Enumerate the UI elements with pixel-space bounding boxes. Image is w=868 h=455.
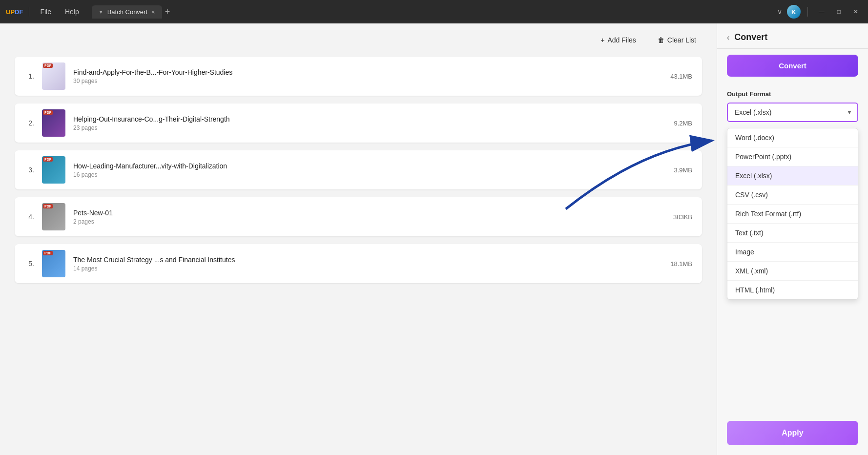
menu-help[interactable]: Help — [60, 6, 84, 18]
menu-file[interactable]: File — [35, 6, 56, 18]
dropdown-menu: Word (.docx)PowerPoint (.pptx)Excel (.xl… — [727, 128, 858, 300]
file-info: Find-and-Apply-For-the-B...-For-Your-Hig… — [73, 68, 662, 84]
titlebar-right: ∨ K — □ ✕ — [777, 5, 862, 19]
file-thumbnail: PDF — [42, 203, 65, 230]
panel-title: Convert — [734, 32, 767, 42]
file-item: 2. PDF Helping-Out-Insurance-Co...g-Thei… — [15, 103, 702, 143]
file-number: 2. — [24, 119, 34, 127]
file-size: 18.1MB — [670, 260, 692, 268]
plus-icon: + — [600, 36, 604, 44]
add-files-label: Add Files — [608, 36, 636, 44]
dropdown-item[interactable]: Rich Text Format (.rtf) — [727, 205, 858, 224]
file-size: 43.1MB — [670, 73, 692, 80]
new-tab-button[interactable]: + — [165, 7, 170, 17]
logo-df: DF — [15, 8, 23, 16]
main-container: + Add Files 🗑 Clear List 1. PDF Find-and… — [0, 23, 868, 455]
dropdown-item[interactable]: Word (.docx) — [727, 128, 858, 147]
file-item: 3. PDF How-Leading-Manufacturer...vity-w… — [15, 150, 702, 189]
file-info: Helping-Out-Insurance-Co...g-Their-Digit… — [73, 115, 666, 131]
file-pages: 16 pages — [73, 171, 666, 178]
close-button[interactable]: ✕ — [849, 8, 862, 15]
file-name: The Most Crucial Strategy ...s and Finan… — [73, 256, 662, 264]
output-format-label: Output Format — [727, 90, 858, 98]
file-info: How-Leading-Manufacturer...vity-with-Dig… — [73, 162, 666, 178]
maximize-button[interactable]: □ — [833, 8, 845, 15]
pdf-badge: PDF — [43, 251, 53, 255]
panel-header: ‹ Convert — [717, 23, 868, 49]
tab-dropdown-icon: ▼ — [99, 9, 103, 15]
file-thumbnail: PDF — [42, 62, 65, 90]
file-size: 9.2MB — [674, 120, 692, 127]
dropdown-item[interactable]: Text (.txt) — [727, 224, 858, 243]
trash-icon: 🗑 — [658, 36, 664, 44]
file-name: How-Leading-Manufacturer...vity-with-Dig… — [73, 162, 666, 170]
clear-list-button[interactable]: 🗑 Clear List — [652, 33, 702, 47]
pdf-badge: PDF — [43, 157, 53, 162]
file-name: Find-and-Apply-For-the-B...-For-Your-Hig… — [73, 68, 662, 76]
file-item: 4. PDF Pets-New-01 2 pages 303KB — [15, 197, 702, 236]
titlebar: UPDF File Help ▼ Batch Convert × + ∨ K —… — [0, 0, 868, 23]
divider — [29, 7, 29, 17]
file-thumbnail: PDF — [42, 156, 65, 184]
output-format-section: Output Format Word (.docx)PowerPoint (.p… — [717, 83, 868, 126]
file-thumbnail: PDF — [42, 109, 65, 137]
file-thumbnail: PDF — [42, 250, 65, 277]
dropdown-item[interactable]: HTML (.html) — [727, 281, 858, 299]
logo-up: UP — [6, 8, 15, 16]
tab-close-icon[interactable]: × — [151, 8, 155, 16]
file-info: The Most Crucial Strategy ...s and Finan… — [73, 256, 662, 272]
pdf-badge: PDF — [43, 204, 53, 208]
file-item: 5. PDF The Most Crucial Strategy ...s an… — [15, 244, 702, 283]
file-size: 303KB — [673, 213, 692, 221]
chevron-down-icon[interactable]: ∨ — [777, 8, 782, 16]
file-pages: 14 pages — [73, 265, 662, 272]
dropdown-item[interactable]: PowerPoint (.pptx) — [727, 147, 858, 166]
tab-batch-convert[interactable]: ▼ Batch Convert × — [92, 5, 162, 19]
avatar[interactable]: K — [787, 5, 801, 19]
divider2 — [807, 7, 808, 17]
file-info: Pets-New-01 2 pages — [73, 209, 665, 225]
pdf-badge: PDF — [43, 110, 53, 115]
toolbar: + Add Files 🗑 Clear List — [15, 33, 702, 47]
file-name: Helping-Out-Insurance-Co...g-Their-Digit… — [73, 115, 666, 123]
tab-area: ▼ Batch Convert × + — [92, 5, 773, 19]
file-size: 3.9MB — [674, 166, 692, 174]
file-area: + Add Files 🗑 Clear List 1. PDF Find-and… — [0, 23, 717, 455]
file-number: 1. — [24, 72, 34, 80]
file-pages: 23 pages — [73, 124, 666, 131]
file-name: Pets-New-01 — [73, 209, 665, 217]
clear-list-label: Clear List — [667, 36, 696, 44]
app-logo: UPDF — [6, 8, 23, 16]
back-button[interactable]: ‹ — [727, 33, 729, 42]
tab-label: Batch Convert — [107, 8, 147, 16]
file-number: 5. — [24, 260, 34, 268]
dropdown-item[interactable]: CSV (.csv) — [727, 186, 858, 205]
pdf-badge: PDF — [43, 63, 53, 68]
format-select[interactable]: Word (.docx)PowerPoint (.pptx)Excel (.xl… — [727, 103, 858, 122]
convert-button[interactable]: Convert — [727, 55, 858, 77]
apply-button[interactable]: Apply — [727, 421, 858, 445]
right-panel: ‹ Convert Convert Output Format Word (.d… — [717, 23, 868, 455]
minimize-button[interactable]: — — [815, 8, 828, 15]
format-select-wrapper: Word (.docx)PowerPoint (.pptx)Excel (.xl… — [727, 103, 858, 122]
file-pages: 2 pages — [73, 218, 665, 225]
dropdown-item[interactable]: Excel (.xlsx) — [727, 166, 858, 186]
dropdown-item[interactable]: XML (.xml) — [727, 262, 858, 281]
file-number: 4. — [24, 213, 34, 221]
file-item: 1. PDF Find-and-Apply-For-the-B...-For-Y… — [15, 57, 702, 96]
dropdown-item[interactable]: Image — [727, 243, 858, 262]
file-pages: 30 pages — [73, 78, 662, 84]
file-number: 3. — [24, 166, 34, 174]
file-list: 1. PDF Find-and-Apply-For-the-B...-For-Y… — [15, 57, 702, 283]
add-files-button[interactable]: + Add Files — [595, 33, 642, 47]
